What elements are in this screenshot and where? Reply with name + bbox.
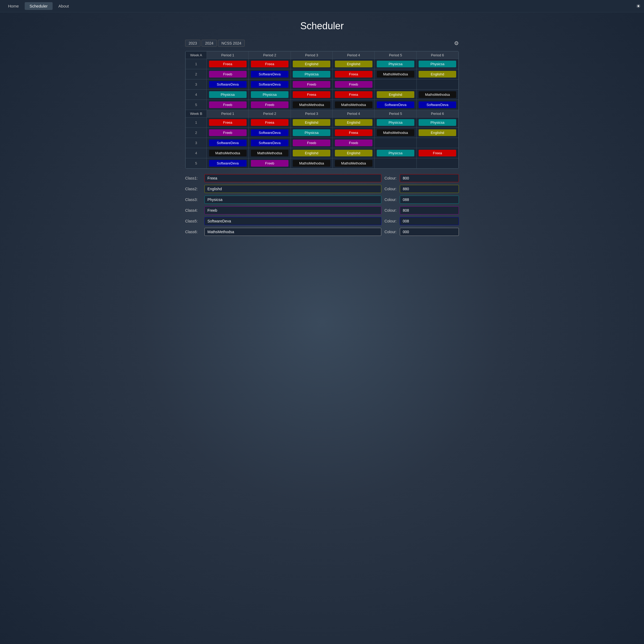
- colour-input[interactable]: [400, 206, 459, 214]
- table-cell[interactable]: MathsMethodsa: [332, 158, 374, 169]
- class-name-input[interactable]: [204, 206, 381, 214]
- class-row: Class5:Colour:: [185, 217, 459, 225]
- table-cell[interactable]: SoftwareDeva: [416, 100, 458, 110]
- table-cell[interactable]: SoftwareDeva: [207, 158, 248, 169]
- table-cell[interactable]: [416, 79, 458, 90]
- table-cell[interactable]: Freeb: [291, 79, 332, 90]
- table-cell[interactable]: SoftwareDeva: [207, 138, 248, 148]
- cell-label: SoftwareDeva: [251, 71, 288, 78]
- tab-ncss2024[interactable]: NCSS 2024: [218, 40, 245, 47]
- row-num: 3: [186, 79, 207, 90]
- nav-item-about[interactable]: About: [54, 2, 74, 10]
- table-cell[interactable]: Englishd: [291, 118, 332, 128]
- table-cell[interactable]: Physicsa: [375, 118, 416, 128]
- tab-2023[interactable]: 2023: [185, 40, 200, 47]
- table-cell[interactable]: MathsMethodsa: [416, 90, 458, 100]
- tab-2024[interactable]: 2024: [202, 40, 217, 47]
- table-cell[interactable]: Physicsa: [249, 90, 291, 100]
- row-num: 3: [186, 138, 207, 148]
- colour-input[interactable]: [400, 174, 459, 182]
- table-cell[interactable]: MathsMethodsa: [375, 128, 416, 138]
- table-cell[interactable]: Freeb: [249, 100, 291, 110]
- table-cell[interactable]: Freeb: [332, 138, 374, 148]
- table-cell[interactable]: Englishd: [332, 59, 374, 69]
- table-cell[interactable]: Freea: [249, 59, 291, 69]
- table-cell[interactable]: SoftwareDeva: [249, 79, 291, 90]
- table-cell[interactable]: Freea: [332, 128, 374, 138]
- class-row: Class1:Colour:: [185, 174, 459, 182]
- table-cell[interactable]: Freeb: [332, 79, 374, 90]
- cell-label: MathsMethodsa: [335, 160, 372, 167]
- table-cell[interactable]: [416, 138, 458, 148]
- class-label: Class5:: [185, 219, 201, 223]
- table-cell[interactable]: Freeb: [207, 100, 248, 110]
- table-cell[interactable]: Englishd: [375, 90, 416, 100]
- nav-item-scheduler[interactable]: Scheduler: [25, 2, 53, 10]
- table-cell[interactable]: MathsMethodsa: [332, 100, 374, 110]
- cell-label: Physicsa: [251, 91, 288, 98]
- table-cell[interactable]: Physicsa: [375, 59, 416, 69]
- col-p2-b: Period 2: [249, 110, 291, 118]
- colour-input[interactable]: [400, 196, 459, 204]
- tabs-row: 2023 2024 NCSS 2024 ⚙: [185, 40, 459, 47]
- col-p5-b: Period 5: [375, 110, 416, 118]
- class-name-input[interactable]: [204, 228, 381, 236]
- class-name-input[interactable]: [204, 174, 381, 182]
- week-b-header: Week B: [186, 110, 207, 118]
- table-cell[interactable]: Englishd: [332, 148, 374, 158]
- colour-input[interactable]: [400, 228, 459, 236]
- table-cell[interactable]: Freeb: [207, 69, 248, 79]
- class-name-input[interactable]: [204, 196, 381, 204]
- colour-label: Colour:: [385, 197, 397, 202]
- class-name-input[interactable]: [204, 185, 381, 193]
- class-name-input[interactable]: [204, 217, 381, 225]
- cell-label: Physicsa: [377, 61, 414, 67]
- table-cell[interactable]: Freeb: [207, 128, 248, 138]
- table-cell[interactable]: Physicsa: [291, 69, 332, 79]
- table-cell[interactable]: [375, 79, 416, 90]
- col-p1-a: Period 1: [207, 52, 248, 59]
- table-cell[interactable]: SoftwareDeva: [207, 79, 248, 90]
- table-cell[interactable]: [375, 138, 416, 148]
- table-cell[interactable]: Englishd: [332, 118, 374, 128]
- cell-label: Freeb: [335, 140, 372, 146]
- table-cell[interactable]: Englishd: [291, 148, 332, 158]
- table-cell[interactable]: MathsMethodsa: [207, 148, 248, 158]
- col-p6-a: Period 6: [416, 52, 458, 59]
- table-cell[interactable]: Englishd: [416, 69, 458, 79]
- colour-input[interactable]: [400, 185, 459, 193]
- cell-label: SoftwareDeva: [419, 101, 456, 108]
- table-cell[interactable]: SoftwareDeva: [249, 69, 291, 79]
- table-cell[interactable]: [375, 158, 416, 169]
- table-cell[interactable]: SoftwareDeva: [249, 138, 291, 148]
- table-cell[interactable]: Freea: [332, 90, 374, 100]
- table-cell[interactable]: Physicsa: [291, 128, 332, 138]
- table-cell[interactable]: Physicsa: [416, 59, 458, 69]
- table-cell[interactable]: MathsMethodsa: [375, 69, 416, 79]
- table-cell[interactable]: Physicsa: [375, 148, 416, 158]
- table-cell[interactable]: Physicsa: [207, 90, 248, 100]
- sun-icon[interactable]: ☀: [636, 3, 641, 9]
- cell-label: MathsMethodsa: [377, 71, 414, 78]
- table-cell[interactable]: Freeb: [249, 158, 291, 169]
- cell-label: Freea: [335, 129, 372, 136]
- table-cell[interactable]: Englishd: [416, 128, 458, 138]
- table-cell[interactable]: Englishd: [291, 59, 332, 69]
- table-cell[interactable]: SoftwareDeva: [375, 100, 416, 110]
- table-cell[interactable]: MathsMethodsa: [249, 148, 291, 158]
- colour-input[interactable]: [400, 217, 459, 225]
- table-cell[interactable]: Freea: [416, 148, 458, 158]
- table-cell[interactable]: Freea: [291, 90, 332, 100]
- table-cell[interactable]: MathsMethodsa: [291, 158, 332, 169]
- table-cell[interactable]: SoftwareDeva: [249, 128, 291, 138]
- table-cell[interactable]: Physicsa: [416, 118, 458, 128]
- table-cell[interactable]: Freea: [207, 118, 248, 128]
- table-cell[interactable]: Freea: [332, 69, 374, 79]
- table-cell[interactable]: Freea: [249, 118, 291, 128]
- gear-icon[interactable]: ⚙: [454, 40, 459, 46]
- table-cell[interactable]: Freeb: [291, 138, 332, 148]
- table-cell[interactable]: MathsMethodsa: [291, 100, 332, 110]
- table-cell[interactable]: Freea: [207, 59, 248, 69]
- nav-item-home[interactable]: Home: [3, 2, 24, 10]
- table-cell[interactable]: [416, 158, 458, 169]
